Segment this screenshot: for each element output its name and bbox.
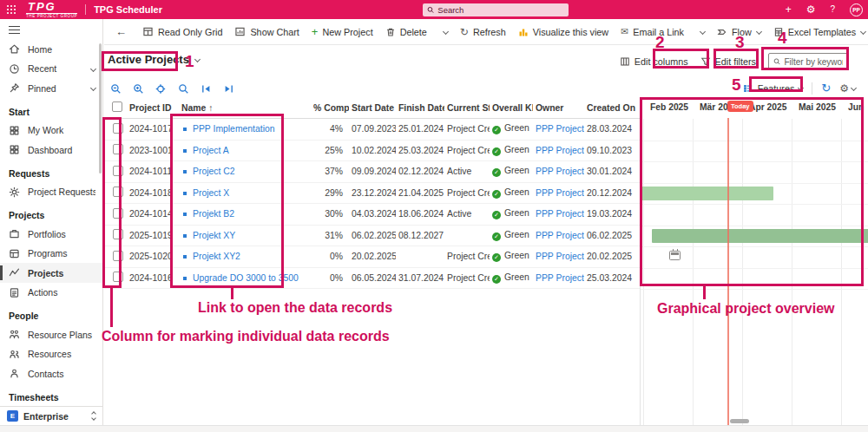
visualize-view-button[interactable]: Visualize this view	[512, 23, 615, 42]
sidebar-item-recent[interactable]: Recent	[0, 59, 102, 79]
col-header-finish[interactable]: Finish Date	[396, 103, 444, 113]
cell-owner-link[interactable]: PPP Project Ma	[533, 209, 584, 219]
table-row[interactable]: 2025-1020Projekt XY20%20.02.2025Project …	[104, 246, 640, 268]
col-header-start[interactable]: Start Date	[349, 103, 396, 113]
sidebar-item-programs[interactable]: Programs	[0, 244, 102, 264]
email-link-button[interactable]: ✉Email a Link	[615, 23, 690, 42]
gantt-row-line	[641, 141, 868, 141]
sidebar-item-resources[interactable]: Resources	[0, 344, 102, 364]
col-header-state[interactable]: Current State	[444, 103, 490, 113]
table-row[interactable]: 2023-1001Project A25%10.02.202425.03.202…	[104, 141, 640, 162]
col-header-name[interactable]: Name↑	[172, 103, 311, 113]
chevron-down-icon[interactable]	[90, 66, 96, 72]
calendar-icon[interactable]	[669, 251, 681, 260]
settings-gear-icon[interactable]: ⚙	[806, 4, 816, 15]
col-header-created[interactable]: Created On	[584, 103, 640, 113]
cell-owner-link[interactable]: PPP Project Ma	[533, 167, 584, 176]
avatar[interactable]: PP	[850, 3, 863, 16]
read-only-grid-button[interactable]: Read Only Grid	[136, 23, 228, 42]
zoom-in-icon[interactable]	[133, 83, 144, 95]
refresh-grid-icon[interactable]: ↻	[821, 82, 831, 95]
sidebar-item-resource-plans[interactable]: Resource Plans	[0, 324, 102, 344]
sidebar-item-projects[interactable]: Projects	[0, 263, 102, 283]
zoom-out-icon[interactable]	[110, 83, 122, 95]
keyword-filter-box[interactable]	[768, 53, 848, 70]
environment-switcher[interactable]: E Enterprise	[0, 406, 102, 425]
cell-owner-link[interactable]: PPP Project Ma	[533, 273, 584, 283]
row-checkbox[interactable]	[113, 166, 123, 176]
sidebar-item-contacts[interactable]: Contacts	[0, 363, 102, 383]
project-record-link[interactable]: Projekt XY2	[193, 252, 240, 261]
skip-to-end-icon[interactable]	[223, 83, 234, 95]
refresh-button[interactable]: ↻Refresh	[454, 23, 512, 42]
table-row[interactable]: 2024-1018Project X29%23.12.202421.04.202…	[104, 183, 640, 205]
row-checkbox[interactable]	[113, 229, 123, 239]
zoom-fit-icon[interactable]	[155, 83, 167, 95]
add-icon[interactable]: +	[786, 4, 792, 15]
grid-settings[interactable]: ⚙	[839, 82, 856, 95]
project-record-link[interactable]: Upgrade DO 3000 to 3500	[193, 273, 299, 283]
cell-pct: 4%	[311, 124, 349, 134]
cell-owner-link[interactable]: PPP Project Ma	[533, 124, 584, 134]
table-row[interactable]: 2024-1011Project C237%09.09.202402.12.20…	[104, 161, 640, 183]
row-checkbox[interactable]	[113, 251, 123, 261]
col-header-kpi[interactable]: Overall KPI	[490, 103, 533, 113]
sidebar-item-home[interactable]: Home	[0, 39, 102, 59]
row-checkbox[interactable]	[113, 144, 123, 154]
hamburger-menu-icon[interactable]	[9, 26, 20, 34]
row-checkbox[interactable]	[113, 272, 123, 282]
excel-templates-button[interactable]: Excel Templates	[767, 23, 868, 42]
table-row[interactable]: 2024-1016Upgrade DO 3000 to 35000%06.05.…	[104, 268, 640, 290]
gantt-scrollbar-thumb[interactable]	[730, 419, 749, 423]
view-selector[interactable]: Active Projects	[108, 53, 200, 66]
sidebar-item-pinned[interactable]: Pinned	[0, 78, 102, 98]
keyword-filter-input[interactable]	[784, 57, 843, 67]
back-button[interactable]: ←	[109, 23, 133, 42]
row-checkbox[interactable]	[113, 187, 123, 197]
sidebar-item-dashboard[interactable]: Dashboard	[0, 140, 102, 160]
skip-to-start-icon[interactable]	[201, 83, 212, 95]
features-dropdown[interactable]: Features	[743, 83, 804, 94]
row-checkbox[interactable]	[113, 123, 123, 134]
cell-owner-link[interactable]: PPP Project Ma	[533, 146, 584, 155]
table-row[interactable]: 2025-1019Projekt XY31%06.02.202508.12.20…	[104, 226, 640, 247]
table-row[interactable]: 2024-1017PPP Implementation4%07.09.20232…	[104, 119, 640, 141]
cell-kpi: ✓Green	[490, 123, 533, 134]
help-icon[interactable]: ?	[830, 5, 835, 14]
delete-button[interactable]: Delete	[379, 23, 433, 42]
col-header-project-id[interactable]: Project ID	[127, 103, 172, 113]
sidebar-item-my-work[interactable]: My Work	[0, 121, 102, 141]
project-record-link[interactable]: Project X	[193, 188, 229, 198]
chevron-down-icon[interactable]	[90, 85, 96, 91]
table-row[interactable]: 2024-1014Projekt B230%04.03.202418.06.20…	[104, 204, 640, 226]
edit-columns-button[interactable]: Edit columns	[620, 56, 688, 67]
gantt-bar[interactable]	[652, 229, 868, 243]
sidebar-scrollbar[interactable]	[99, 43, 102, 173]
cell-owner-link[interactable]: PPP Project Ma	[533, 252, 584, 261]
col-header-owner[interactable]: Owner	[533, 103, 584, 113]
sidebar-item-actions[interactable]: Actions	[0, 283, 102, 303]
project-record-link[interactable]: Project C2	[193, 167, 235, 176]
select-all-checkbox[interactable]	[112, 101, 122, 112]
project-record-link[interactable]: PPP Implementation	[193, 124, 275, 134]
project-record-link[interactable]: Projekt B2	[193, 209, 234, 219]
row-checkbox[interactable]	[113, 208, 123, 219]
waffle-icon[interactable]	[0, 4, 23, 15]
show-chart-button[interactable]: Show Chart	[228, 23, 305, 42]
gantt-bar[interactable]	[641, 187, 773, 200]
more-commands-chevron[interactable]	[437, 23, 454, 42]
cell-owner-link[interactable]: PPP Project Ma	[533, 231, 584, 240]
email-chevron[interactable]	[694, 23, 711, 42]
search-input[interactable]	[437, 5, 564, 15]
new-project-button[interactable]: +New Project	[306, 23, 379, 42]
col-header-pct[interactable]: % Complete	[311, 103, 349, 113]
edit-filters-button[interactable]: Edit filters	[700, 56, 756, 67]
search-icon[interactable]	[178, 83, 189, 95]
project-record-link[interactable]: Projekt XY	[193, 231, 235, 240]
sidebar-item-project-requests[interactable]: Project Requests	[0, 182, 102, 202]
project-record-link[interactable]: Project A	[193, 146, 229, 155]
global-search[interactable]	[423, 3, 569, 16]
cell-owner-link[interactable]: PPP Project Ma	[533, 188, 584, 198]
sidebar-item-portfolios[interactable]: Portfolios	[0, 224, 102, 244]
flow-button[interactable]: Flow	[711, 23, 767, 42]
